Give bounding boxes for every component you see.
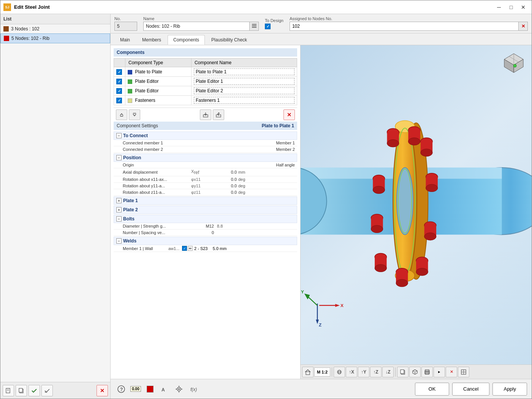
tree-expand-icon[interactable]: − — [116, 216, 122, 222]
copy-item-button[interactable] — [16, 385, 27, 396]
weld-edit-icon[interactable]: ✏ — [188, 246, 193, 251]
tab-members[interactable]: Members — [136, 35, 167, 45]
to-design-checkbox[interactable]: ✓ — [265, 24, 271, 29]
tree-group-position: − Position Origin Half angle Axial displ… — [114, 154, 297, 196]
move-up-button[interactable] — [116, 109, 127, 120]
tab-main[interactable]: Main — [114, 35, 136, 45]
svg-point-59 — [373, 186, 385, 194]
view-layout-button[interactable] — [458, 367, 469, 377]
import-button[interactable] — [200, 109, 211, 120]
view-axis-z-button[interactable]: ↑Z — [370, 367, 382, 377]
formula-button[interactable]: f(x) — [187, 383, 200, 395]
delete-item-button[interactable]: ✕ — [97, 385, 108, 396]
tree-group-header[interactable]: − Bolts — [114, 215, 297, 223]
row-checkbox[interactable]: ✓ — [116, 69, 122, 75]
tree-group-welds: − Welds Member 1 | Wall aw1... ✓ ✏ — [114, 237, 297, 252]
view-axis-x-button[interactable]: ↑X — [346, 367, 357, 377]
tree-group-header[interactable]: − To Connect — [114, 131, 297, 140]
row-type-cell: Plate Editor — [125, 77, 192, 86]
help-button[interactable]: ? — [115, 383, 127, 395]
render-button[interactable] — [173, 383, 185, 395]
tree-expand-icon[interactable]: + — [116, 207, 122, 212]
view-3d-button[interactable] — [409, 367, 421, 377]
tab-components[interactable]: Components — [168, 35, 205, 45]
tree-expand-icon[interactable]: − — [116, 133, 122, 138]
navigation-cube[interactable] — [500, 50, 527, 76]
svg-text:f(x): f(x) — [190, 387, 197, 392]
tree-row-value: Member 2 — [191, 147, 295, 152]
weld-value: 2 - S23 — [194, 246, 209, 251]
comp-name-input[interactable] — [194, 87, 294, 94]
delete-component-button[interactable]: ✕ — [283, 109, 295, 120]
svg-rect-7 — [252, 25, 256, 26]
row-checkbox[interactable]: ✓ — [116, 98, 122, 103]
cancel-button[interactable]: Cancel — [452, 383, 489, 396]
components-section-header: Components — [114, 48, 297, 57]
comp-name-input[interactable] — [194, 68, 294, 75]
row-checkbox[interactable]: ✓ — [116, 79, 122, 84]
tree-row: Origin Half angle — [114, 162, 297, 168]
svg-rect-8 — [252, 24, 256, 25]
minimize-button[interactable]: ─ — [494, 3, 504, 11]
window-title: Edit Steel Joint — [14, 4, 494, 10]
view-axis-y-button[interactable]: ↑Y — [358, 367, 369, 377]
comp-name-input[interactable] — [194, 78, 294, 85]
settings-button[interactable] — [41, 385, 53, 396]
view-arrow-button[interactable]: ▸ — [434, 367, 445, 377]
name-edit-button[interactable] — [250, 22, 259, 31]
row-name-cell — [191, 96, 297, 105]
assigned-input[interactable] — [290, 22, 519, 31]
export-button[interactable] — [213, 109, 224, 120]
3d-visualization: Z X Y — [301, 45, 532, 364]
weld-thickness: 5.0 — [209, 246, 218, 251]
check-button[interactable] — [28, 385, 40, 396]
comp-name-input[interactable] — [194, 97, 294, 104]
tree-row-label: Connected member 1 — [123, 141, 191, 145]
row-checkbox[interactable]: ✓ — [116, 88, 122, 94]
view-axis-nz-button[interactable]: ↓Z — [382, 367, 394, 377]
maximize-button[interactable]: □ — [506, 3, 516, 11]
numeric-button[interactable]: 0.00 — [130, 383, 142, 395]
list-item[interactable]: 3 Nodes : 102 — [0, 24, 110, 33]
close-button[interactable]: ✕ — [518, 3, 529, 11]
svg-marker-61 — [316, 320, 319, 324]
tree-row-value: 0.0 — [214, 177, 237, 182]
tab-plausibility[interactable]: Plausibility Check — [206, 35, 253, 45]
svg-point-32 — [387, 139, 399, 147]
view-remove-button[interactable]: ✕ — [446, 367, 457, 377]
text-button[interactable]: A — [158, 383, 171, 395]
no-input[interactable] — [114, 22, 137, 31]
tree-expand-icon[interactable]: − — [116, 238, 122, 244]
tree-group-header[interactable]: + Plate 1 — [114, 196, 297, 205]
tree-expand-icon[interactable]: − — [116, 155, 122, 160]
tree-expand-icon[interactable]: + — [116, 198, 122, 203]
view-home-button[interactable] — [302, 367, 314, 377]
color-button[interactable] — [144, 383, 156, 395]
list-item-color — [3, 26, 9, 32]
tree-group-header[interactable]: − Position — [114, 154, 297, 162]
ok-button[interactable]: OK — [415, 383, 449, 396]
tree-group-label: To Connect — [123, 133, 148, 138]
apply-button[interactable]: Apply — [492, 383, 527, 396]
tree-group-header[interactable]: + Plate 2 — [114, 206, 297, 214]
view-3d-canvas[interactable]: Z X Y — [301, 45, 532, 364]
view-copy-button[interactable] — [397, 367, 408, 377]
view-perspective-button[interactable] — [334, 367, 345, 377]
tree-group-label: Bolts — [123, 216, 135, 222]
tree-row-value: Member 1 — [191, 141, 295, 145]
new-item-button[interactable] — [3, 385, 14, 396]
tree-group-label: Position — [123, 155, 141, 160]
tree-group-header[interactable]: − Welds — [114, 237, 297, 245]
scale-label: M 1:2 — [314, 367, 330, 377]
components-table: Component Type Component Name ✓ — [114, 58, 297, 105]
axis-z-label: ↑Z — [373, 369, 378, 375]
comp-color-swatch — [128, 79, 132, 84]
svg-point-41 — [426, 184, 437, 192]
assigned-clear-button[interactable]: ✕ — [519, 22, 528, 31]
view-print-button[interactable] — [421, 367, 433, 377]
name-input[interactable] — [143, 22, 250, 31]
list-item-selected[interactable]: 5 Nodes: 102 - Rib — [0, 33, 110, 43]
move-down-button[interactable] — [129, 109, 140, 120]
weld-checkbox[interactable]: ✓ — [182, 246, 187, 251]
svg-rect-6 — [252, 27, 256, 28]
